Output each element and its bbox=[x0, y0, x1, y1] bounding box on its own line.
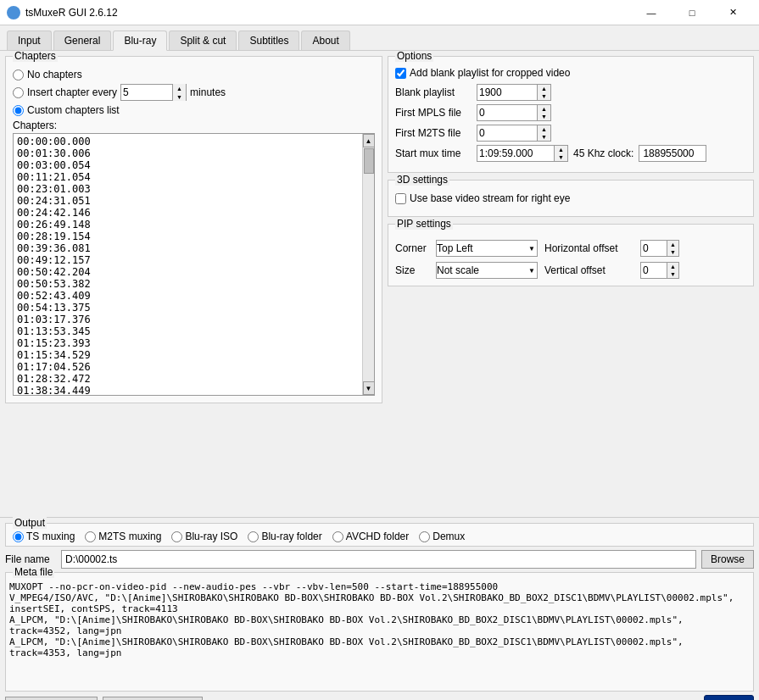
chapters-scrollbar: ▲ ▼ bbox=[362, 134, 374, 395]
blank-playlist-up[interactable]: ▲ bbox=[537, 85, 550, 92]
maximize-button[interactable]: □ bbox=[672, 0, 712, 25]
pip-size-select-wrapper: Not scale 1/2 1/4 1/8 ▼ bbox=[436, 262, 538, 279]
pip-size-row: Size Not scale 1/2 1/4 1/8 ▼ Vertical of… bbox=[395, 262, 746, 279]
vertical-offset-up[interactable]: ▲ bbox=[667, 263, 678, 270]
tab-general[interactable]: General bbox=[53, 31, 112, 50]
horizontal-offset-arrows: ▲ ▼ bbox=[667, 241, 678, 256]
use-base-stream-checkbox[interactable] bbox=[395, 193, 406, 204]
left-panel: Chapters No chapters Insert chapter ever… bbox=[5, 56, 382, 512]
pip-settings-group: PIP settings Corner Top Left Top Right B… bbox=[388, 224, 754, 286]
demux-option: Demux bbox=[419, 531, 465, 542]
insert-chapter-radio[interactable] bbox=[13, 87, 24, 98]
meta-file-group: Meta file bbox=[5, 572, 754, 692]
chapters-group: Chapters No chapters Insert chapter ever… bbox=[5, 56, 382, 403]
tab-about[interactable]: About bbox=[301, 31, 349, 50]
file-name-input[interactable] bbox=[61, 550, 696, 569]
bottom-buttons: Start muxing Save meta file PayPal Donat… bbox=[5, 695, 754, 700]
action-buttons: Start muxing Save meta file bbox=[5, 697, 203, 700]
scrollbar-track[interactable] bbox=[363, 147, 375, 381]
blank-playlist-arrows: ▲ ▼ bbox=[537, 85, 550, 100]
horizontal-offset-down[interactable]: ▼ bbox=[667, 248, 678, 256]
3d-settings-content: Use base video stream for right eye bbox=[395, 192, 746, 204]
output-radios: TS muxing M2TS muxing Blu-ray ISO Blu-ra… bbox=[13, 531, 746, 542]
vertical-offset-down[interactable]: ▼ bbox=[667, 270, 678, 278]
options-group-title: Options bbox=[395, 51, 433, 62]
meta-textarea[interactable] bbox=[6, 578, 753, 688]
start-mux-time-down[interactable]: ▼ bbox=[554, 153, 567, 161]
start-mux-time-row: Start mux time ▲ ▼ 45 Khz clock: bbox=[395, 145, 746, 162]
pip-size-select[interactable]: Not scale 1/2 1/4 1/8 bbox=[437, 263, 537, 278]
pip-corner-select[interactable]: Top Left Top Right Bottom Left Bottom Ri… bbox=[437, 241, 537, 256]
minimize-button[interactable]: — bbox=[632, 0, 671, 25]
demux-label: Demux bbox=[433, 531, 465, 542]
chapter-interval-down[interactable]: ▼ bbox=[172, 92, 186, 101]
blank-playlist-down[interactable]: ▼ bbox=[537, 92, 550, 100]
browse-button[interactable]: Browse bbox=[701, 550, 754, 569]
close-button[interactable]: ✕ bbox=[713, 0, 752, 25]
tab-subtitles[interactable]: Subtitles bbox=[238, 31, 299, 50]
add-blank-playlist-row: Add blank playlist for cropped video bbox=[395, 67, 746, 79]
custom-chapters-radio[interactable] bbox=[13, 105, 24, 116]
first-m2ts-up[interactable]: ▲ bbox=[537, 125, 550, 133]
avchd-folder-option: AVCHD folder bbox=[332, 531, 409, 542]
blank-playlist-input[interactable] bbox=[477, 85, 537, 100]
app-title: tsMuxeR GUI 2.6.12 bbox=[25, 7, 632, 19]
start-mux-time-input[interactable] bbox=[477, 146, 554, 161]
use-base-stream-label: Use base video stream for right eye bbox=[410, 192, 570, 204]
3d-settings-group: 3D settings Use base video stream for ri… bbox=[388, 180, 754, 217]
options-group: Options Add blank playlist for cropped v… bbox=[388, 56, 754, 173]
horizontal-offset-input[interactable] bbox=[641, 241, 667, 256]
first-mpls-down[interactable]: ▼ bbox=[537, 113, 550, 120]
chapters-textarea[interactable] bbox=[14, 134, 362, 395]
start-mux-time-up[interactable]: ▲ bbox=[554, 146, 567, 153]
scrollbar-up-button[interactable]: ▲ bbox=[363, 134, 375, 147]
no-chapters-row: No chapters bbox=[13, 69, 375, 81]
chapter-interval-up[interactable]: ▲ bbox=[172, 84, 186, 92]
app-icon bbox=[7, 6, 20, 19]
first-mpls-up[interactable]: ▲ bbox=[537, 105, 550, 113]
first-m2ts-input[interactable] bbox=[477, 125, 537, 141]
output-group: Output TS muxing M2TS muxing Blu-ray ISO… bbox=[5, 523, 754, 547]
first-mpls-row: First MPLS file ▲ ▼ bbox=[395, 104, 746, 121]
chapter-interval-input[interactable] bbox=[121, 85, 172, 100]
first-mpls-arrows: ▲ ▼ bbox=[537, 105, 550, 120]
tab-input[interactable]: Input bbox=[7, 31, 52, 50]
scrollbar-thumb[interactable] bbox=[364, 148, 374, 174]
bluray-iso-radio[interactable] bbox=[171, 531, 182, 542]
demux-radio[interactable] bbox=[419, 531, 430, 542]
khz-label: 45 Khz clock: bbox=[573, 147, 633, 159]
no-chapters-radio[interactable] bbox=[13, 69, 24, 81]
main-container: Chapters No chapters Insert chapter ever… bbox=[0, 51, 759, 700]
horizontal-offset-label: Horizontal offset bbox=[544, 242, 633, 254]
scrollbar-down-button[interactable]: ▼ bbox=[363, 381, 375, 395]
vertical-offset-spinbox: ▲ ▼ bbox=[640, 262, 679, 279]
custom-chapters-label: Custom chapters list bbox=[27, 104, 120, 116]
tab-bluray[interactable]: Blu-ray bbox=[113, 31, 167, 51]
add-blank-playlist-checkbox[interactable] bbox=[395, 68, 406, 79]
pip-size-label: Size bbox=[395, 264, 429, 276]
right-panel: Options Add blank playlist for cropped v… bbox=[388, 56, 754, 512]
window-controls: — □ ✕ bbox=[632, 0, 752, 25]
bluray-folder-label: Blu-ray folder bbox=[261, 531, 321, 542]
paypal-donate-button[interactable]: PayPal Donate bbox=[704, 695, 754, 700]
save-meta-file-button[interactable]: Save meta file bbox=[103, 697, 203, 700]
blank-playlist-spinbox: ▲ ▼ bbox=[477, 84, 551, 101]
first-mpls-input[interactable] bbox=[477, 105, 537, 120]
chapters-textarea-wrapper: ▲ ▼ bbox=[13, 133, 375, 396]
start-muxing-button[interactable]: Start muxing bbox=[5, 697, 98, 700]
first-m2ts-down[interactable]: ▼ bbox=[537, 133, 550, 141]
vertical-offset-input[interactable] bbox=[641, 263, 667, 278]
bluray-iso-option: Blu-ray ISO bbox=[171, 531, 237, 542]
bluray-iso-label: Blu-ray ISO bbox=[185, 531, 237, 542]
ts-muxing-label: TS muxing bbox=[26, 531, 75, 542]
ts-muxing-radio[interactable] bbox=[13, 531, 24, 542]
file-name-row: File name Browse bbox=[5, 550, 754, 569]
pip-corner-select-wrapper: Top Left Top Right Bottom Left Bottom Ri… bbox=[436, 240, 538, 257]
avchd-folder-radio[interactable] bbox=[332, 531, 343, 542]
khz-input[interactable] bbox=[639, 145, 706, 162]
horizontal-offset-up[interactable]: ▲ bbox=[667, 241, 678, 248]
tab-splitcut[interactable]: Split & cut bbox=[169, 31, 237, 50]
bluray-folder-radio[interactable] bbox=[248, 531, 259, 542]
meta-file-title: Meta file bbox=[13, 566, 54, 578]
m2ts-muxing-radio[interactable] bbox=[85, 531, 96, 542]
